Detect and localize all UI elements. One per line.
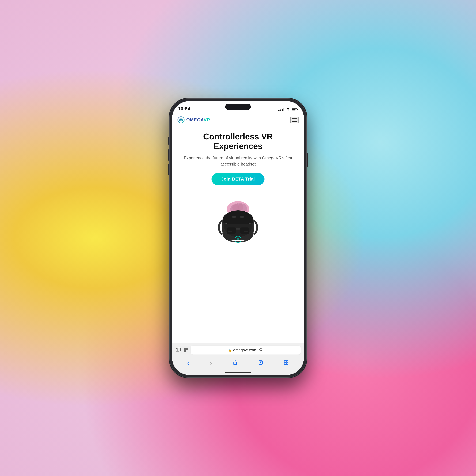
svg-rect-6 xyxy=(236,228,240,230)
signal-bar-3 xyxy=(282,109,283,111)
signal-bar-1 xyxy=(278,110,279,111)
svg-rect-22 xyxy=(286,361,288,362)
headset-area xyxy=(172,188,304,255)
vr-headset-image xyxy=(208,193,268,254)
signal-bar-2 xyxy=(280,109,281,111)
svg-rect-16 xyxy=(184,350,186,352)
hero-section: Controllerless VR Experiences Experience… xyxy=(172,127,304,188)
volume-up-button xyxy=(168,149,169,161)
browser-left-icons xyxy=(175,347,189,353)
power-button xyxy=(307,153,308,167)
svg-rect-4 xyxy=(227,227,236,234)
url-text: omegavr.com xyxy=(233,348,256,352)
hero-subtitle: Experience the future of virtual reality… xyxy=(178,155,298,167)
signal-bars-icon xyxy=(278,108,284,111)
status-icons xyxy=(278,108,298,111)
tabs-button[interactable] xyxy=(282,358,290,368)
phone-frame: 10:54 xyxy=(169,98,307,378)
svg-rect-21 xyxy=(284,361,286,362)
logo-omega-text: OMEGA xyxy=(186,117,204,122)
svg-rect-5 xyxy=(240,227,249,234)
forward-button[interactable]: › xyxy=(208,358,214,369)
url-bar[interactable]: 🔒 omegavr.com xyxy=(191,346,301,355)
svg-rect-13 xyxy=(177,348,181,351)
logo-area: OMEGAVR xyxy=(177,116,210,123)
omegavr-logo-icon xyxy=(177,116,185,123)
svg-rect-11 xyxy=(240,216,244,218)
svg-rect-19 xyxy=(187,350,188,353)
join-beta-button[interactable]: Join BETA Trial xyxy=(211,173,264,185)
share-button[interactable] xyxy=(231,358,239,368)
browser-toolbar: ‹ › xyxy=(172,358,304,369)
svg-rect-23 xyxy=(284,363,286,364)
hamburger-menu-button[interactable] xyxy=(290,117,299,123)
logo-text: OMEGAVR xyxy=(186,117,210,122)
refresh-icon[interactable] xyxy=(259,347,263,353)
bookmarks-button[interactable] xyxy=(256,358,265,368)
hamburger-line-2 xyxy=(292,120,297,120)
svg-rect-10 xyxy=(232,216,236,218)
volume-down-button xyxy=(168,164,169,175)
extension-icon[interactable] xyxy=(183,347,189,353)
hamburger-line-1 xyxy=(292,118,297,119)
wifi-icon xyxy=(286,108,290,111)
home-indicator xyxy=(225,372,251,373)
signal-bar-4 xyxy=(283,108,284,111)
svg-rect-24 xyxy=(286,363,288,364)
hamburger-line-3 xyxy=(292,121,297,122)
browser-chrome: 🔒 omegavr.com ‹ › xyxy=(172,343,304,375)
lock-icon: 🔒 xyxy=(228,348,232,352)
logo-vr-text: VR xyxy=(204,117,210,122)
nav-bar: OMEGAVR xyxy=(172,113,304,127)
svg-point-3 xyxy=(238,204,243,211)
tabs-list-icon[interactable] xyxy=(175,347,181,353)
dynamic-island xyxy=(225,104,251,110)
svg-point-0 xyxy=(178,117,184,123)
back-button[interactable]: ‹ xyxy=(186,358,191,369)
phone-screen: 10:54 xyxy=(172,101,304,375)
url-bar-row: 🔒 omegavr.com xyxy=(175,346,301,355)
hero-title: Controllerless VR Experiences xyxy=(178,132,298,151)
svg-rect-15 xyxy=(186,348,188,350)
mute-button xyxy=(168,137,169,145)
svg-rect-14 xyxy=(184,348,186,350)
web-content: OMEGAVR Controllerless VR Experiences Ex… xyxy=(172,113,304,343)
battery-icon xyxy=(292,108,298,111)
